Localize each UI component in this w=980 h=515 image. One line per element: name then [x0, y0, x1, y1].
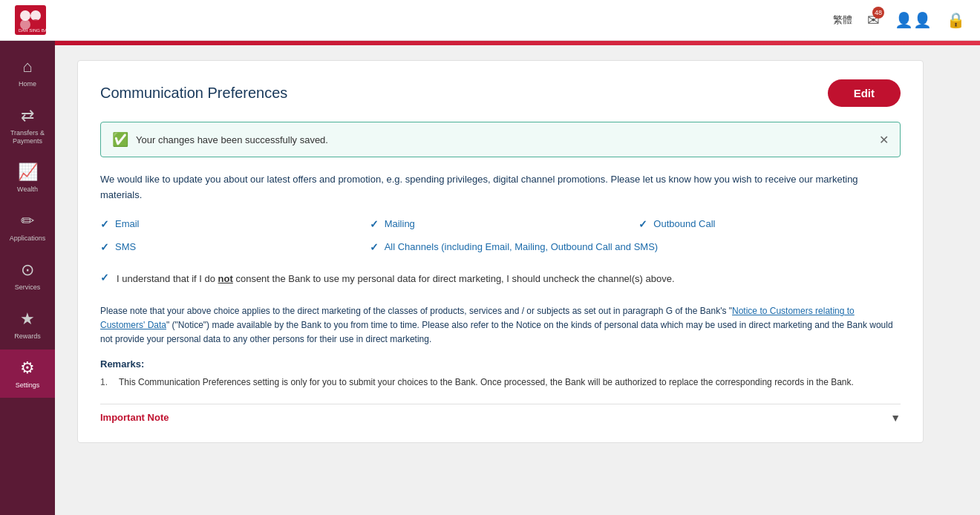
mailing-label: Mailing: [385, 218, 415, 229]
rewards-icon: ★: [20, 309, 35, 329]
remarks-section: Remarks: 1. This Communication Preferenc…: [100, 358, 901, 389]
email-checkmark: ✓: [100, 218, 109, 230]
home-icon: ⌂: [22, 57, 32, 76]
sidebar-label-applications: Applications: [10, 234, 46, 243]
page-title: Communication Preferences: [100, 85, 287, 102]
remarks-title: Remarks:: [100, 358, 901, 370]
channel-sms[interactable]: ✓ SMS: [100, 241, 362, 253]
remark-text: This Communication Preferences setting i…: [119, 375, 854, 389]
remarks-list: 1. This Communication Preferences settin…: [100, 375, 901, 389]
sidebar-label-services: Services: [15, 283, 41, 292]
consent-after: consent the Bank to use my personal data…: [233, 273, 675, 284]
chevron-down-icon: ▼: [890, 412, 901, 424]
remark-num: 1.: [100, 375, 111, 389]
sidebar-item-applications[interactable]: ✏ Applications: [0, 203, 55, 252]
header-actions: 繁體 ✉ 48 👤👤 🔒: [833, 11, 965, 29]
sms-checkmark: ✓: [100, 241, 109, 253]
important-note-label: Important Note: [100, 412, 169, 423]
success-icon: ✅: [112, 131, 128, 148]
sidebar-label-transfers: Transfers &Payments: [10, 129, 45, 145]
sms-label: SMS: [115, 241, 136, 252]
transfers-icon: ⇄: [21, 106, 34, 125]
logo-area: DAH SING BANK: [15, 5, 46, 35]
success-alert-left: ✅ Your changes have been successfully sa…: [112, 131, 328, 148]
consent-text: I understand that if I do not consent th…: [117, 272, 675, 286]
bank-logo: DAH SING BANK: [15, 5, 46, 35]
outbound-call-label: Outbound Call: [653, 218, 715, 229]
svg-point-2: [30, 10, 41, 21]
services-icon: ⊙: [21, 260, 34, 280]
sidebar-item-wealth[interactable]: 📈 Wealth: [0, 154, 55, 203]
all-channels-label: All Channels (including Email, Mailing, …: [385, 241, 659, 252]
outbound-checkmark: ✓: [638, 218, 647, 230]
svg-text:DAH SING BANK: DAH SING BANK: [19, 28, 46, 33]
close-alert-button[interactable]: ✕: [879, 133, 889, 147]
channel-all[interactable]: ✓ All Channels (including Email, Mailing…: [370, 241, 901, 253]
sidebar: ⌂ Home ⇄ Transfers &Payments 📈 Wealth ✏ …: [0, 41, 55, 515]
edit-button[interactable]: Edit: [828, 79, 901, 107]
user-icon[interactable]: 👤👤: [895, 11, 932, 29]
sidebar-label-home: Home: [19, 80, 36, 88]
language-toggle[interactable]: 繁體: [833, 13, 852, 27]
sidebar-label-settings: Settings: [16, 381, 40, 390]
channel-mailing[interactable]: ✓ Mailing: [370, 218, 632, 230]
main-layout: ⌂ Home ⇄ Transfers &Payments 📈 Wealth ✏ …: [0, 41, 980, 515]
description-text: We would like to update you about our la…: [100, 172, 901, 203]
header: DAH SING BANK 繁體 ✉ 48 👤👤 🔒: [0, 0, 980, 41]
settings-icon: ⚙: [20, 358, 35, 378]
consent-not: not: [218, 273, 233, 284]
sidebar-label-wealth: Wealth: [17, 186, 38, 194]
notification-badge: 48: [872, 7, 884, 19]
success-message: Your changes have been successfully save…: [136, 134, 328, 145]
mailing-checkmark: ✓: [370, 218, 379, 230]
channels-grid: ✓ Email ✓ Mailing ✓ Outbound Call: [100, 218, 901, 253]
applications-icon: ✏: [21, 211, 34, 231]
consent-before: I understand that if I do: [117, 273, 218, 284]
notifications-icon[interactable]: ✉ 48: [867, 11, 880, 29]
communication-preferences-card: Communication Preferences Edit ✅ Your ch…: [77, 60, 924, 443]
important-note-section[interactable]: Important Note ▼: [100, 404, 901, 424]
channel-email[interactable]: ✓ Email: [100, 218, 362, 230]
remark-item-1: 1. This Communication Preferences settin…: [100, 375, 901, 389]
email-label: Email: [115, 218, 140, 229]
page-container: Communication Preferences Edit ✅ Your ch…: [55, 45, 946, 458]
content-area: Communication Preferences Edit ✅ Your ch…: [55, 41, 980, 515]
success-alert: ✅ Your changes have been successfully sa…: [100, 122, 901, 157]
sidebar-item-rewards[interactable]: ★ Rewards: [0, 301, 55, 350]
sidebar-item-services[interactable]: ⊙ Services: [0, 252, 55, 301]
wealth-icon: 📈: [18, 163, 38, 182]
consent-row: ✓ I understand that if I do not consent …: [100, 268, 901, 290]
all-checkmark: ✓: [370, 241, 379, 253]
notice-text: Please note that your above choice appli…: [100, 304, 901, 347]
sidebar-item-transfers-payments[interactable]: ⇄ Transfers &Payments: [0, 97, 55, 154]
sidebar-item-settings[interactable]: ⚙ Settings: [0, 350, 55, 398]
notice-part1: Please note that your above choice appli…: [100, 306, 732, 316]
channel-outbound-call[interactable]: ✓ Outbound Call: [638, 218, 901, 230]
sidebar-item-home[interactable]: ⌂ Home: [0, 48, 55, 97]
sidebar-label-rewards: Rewards: [14, 332, 41, 341]
card-header: Communication Preferences Edit: [100, 79, 901, 107]
consent-checkmark[interactable]: ✓: [100, 272, 109, 283]
notice-part2: " ("Notice") made available by the Bank …: [100, 320, 893, 344]
lock-icon[interactable]: 🔒: [947, 11, 965, 29]
svg-point-1: [20, 10, 30, 21]
